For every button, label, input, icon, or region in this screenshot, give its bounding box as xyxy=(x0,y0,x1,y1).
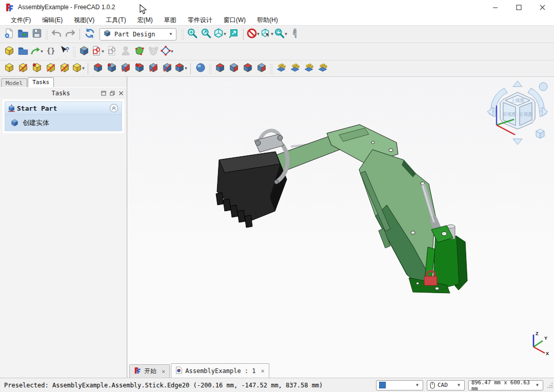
chamfer-button[interactable] xyxy=(227,61,241,75)
dimension-selector[interactable]: 896.47 mm x 600.63 mm▼ xyxy=(468,380,543,390)
create-body-button[interactable] xyxy=(77,45,91,58)
create-group-button[interactable] xyxy=(16,45,30,58)
toolbar-grip[interactable] xyxy=(73,47,75,57)
view-fit-selection-button[interactable] xyxy=(199,27,213,41)
menu-item-6[interactable]: 零件设计 xyxy=(182,14,218,26)
create-part-button[interactable] xyxy=(2,45,16,58)
document-tab-bar: 开始×AssemblyExample : 1× xyxy=(128,363,554,378)
create-varset-icon: {} xyxy=(45,45,56,58)
nav-cube-body[interactable]: 上视图 前视图 右视图 xyxy=(500,92,535,129)
redo-button[interactable] xyxy=(63,27,77,41)
nav-mini-cube[interactable] xyxy=(536,129,544,138)
bucket[interactable] xyxy=(216,152,287,228)
open-file-button[interactable] xyxy=(16,27,30,41)
menu-item-2[interactable]: 视图(V) xyxy=(68,14,100,26)
tilt-up-arrow[interactable] xyxy=(513,81,522,87)
document-tab-1[interactable]: AssemblyExample : 1× xyxy=(171,363,269,378)
task-item-create-body[interactable]: 创建实体 xyxy=(5,115,122,131)
tab-close-icon[interactable]: × xyxy=(162,368,165,375)
linear-pattern-button[interactable] xyxy=(288,61,302,75)
tab-close-icon[interactable]: × xyxy=(261,367,265,375)
workbench-selector[interactable]: Part Design▼ xyxy=(100,28,176,40)
menu-item-7[interactable]: 窗口(W) xyxy=(218,14,251,26)
additive-primitives-button[interactable]: ▼ xyxy=(71,61,85,75)
tilt-down-arrow[interactable] xyxy=(513,139,522,145)
view-fit-all-button[interactable] xyxy=(185,27,199,41)
subtractive-primitives-button[interactable]: ▼ xyxy=(174,61,188,75)
subtractive-loft-button[interactable] xyxy=(132,61,146,75)
additive-loft-button[interactable] xyxy=(30,61,44,75)
dock-tab-tasks[interactable]: Tasks xyxy=(28,77,54,87)
boolean-operation-button[interactable] xyxy=(193,61,207,75)
clipping-plane-button[interactable]: ▼ xyxy=(246,27,260,41)
make-link-button[interactable]: ▼ xyxy=(30,45,44,58)
dock-close-icon[interactable] xyxy=(118,91,124,96)
view-isometric-button[interactable]: ▼ xyxy=(213,27,227,41)
close-button[interactable] xyxy=(530,0,554,14)
create-varset-button[interactable]: {} xyxy=(44,45,57,58)
pad-button[interactable] xyxy=(2,61,16,75)
nav-circle-button[interactable] xyxy=(539,82,547,91)
subtractive-helix-button[interactable] xyxy=(160,61,174,75)
refresh-document-button[interactable] xyxy=(83,27,96,41)
pan-right-arrow[interactable] xyxy=(542,107,548,116)
undo-button[interactable] xyxy=(49,27,63,41)
menu-item-4[interactable]: 宏(M) xyxy=(132,14,159,26)
draft-button[interactable] xyxy=(241,61,254,75)
measure-button[interactable] xyxy=(288,27,302,41)
menu-item-3[interactable]: 工具(T) xyxy=(100,14,131,26)
menu-item-5[interactable]: 草图 xyxy=(159,14,182,26)
document-tab-0[interactable]: 开始× xyxy=(129,364,170,378)
menu-item-1[interactable]: 编辑(E) xyxy=(36,14,68,26)
maximize-button[interactable] xyxy=(507,0,530,14)
dock-collapse-icon[interactable] xyxy=(101,91,106,96)
revolution-button[interactable] xyxy=(16,61,30,75)
boom-plate[interactable] xyxy=(359,150,437,285)
toolbar-grip[interactable] xyxy=(45,29,48,39)
create-part-icon xyxy=(4,45,15,58)
thickness-button[interactable] xyxy=(254,61,268,75)
toolbar-grip[interactable] xyxy=(270,64,272,74)
mirrored-button[interactable] xyxy=(274,61,288,75)
undo-icon xyxy=(51,28,62,40)
dock-title-bar: Tasks xyxy=(0,87,127,98)
groove-icon xyxy=(120,62,131,75)
box-element-selection-button[interactable]: ▼ xyxy=(260,27,274,41)
view-zoom-box-button[interactable] xyxy=(227,27,241,41)
toolbar-grip[interactable] xyxy=(209,64,211,74)
overlay-style-selector[interactable]: ▼ xyxy=(376,380,423,390)
additive-helix-button[interactable] xyxy=(57,61,71,75)
resize-grip[interactable] xyxy=(547,382,553,388)
toolbar-grip[interactable] xyxy=(181,29,184,39)
hole-button[interactable] xyxy=(105,61,118,75)
map-sketch-to-face-button[interactable] xyxy=(132,45,146,58)
menu-item-0[interactable]: 文件(F) xyxy=(5,14,36,26)
task-section-start-part[interactable]: Start Part xyxy=(5,101,122,115)
create-datum-button[interactable]: ▼ xyxy=(160,45,174,58)
3d-viewport[interactable]: 上视图 前视图 右视图 Z Y X 开始×AssemblyExample : 1… xyxy=(128,77,554,378)
minimize-button[interactable] xyxy=(483,0,507,14)
dock-float-icon[interactable] xyxy=(110,91,115,96)
subtractive-pipe-button[interactable] xyxy=(146,61,160,75)
whats-this-button[interactable]: ? xyxy=(57,45,71,58)
subtractive-loft-icon xyxy=(134,62,145,75)
new-file-button[interactable] xyxy=(2,27,16,41)
collapse-section-button[interactable] xyxy=(109,104,118,113)
additive-pipe-button[interactable] xyxy=(44,61,57,75)
dock-tab-model[interactable]: Model xyxy=(1,78,27,87)
toolbar-separator xyxy=(190,63,191,74)
multitransform-button[interactable] xyxy=(315,61,329,75)
create-sketch-button[interactable]: ▼ xyxy=(91,45,105,58)
boolean-operation-icon xyxy=(195,62,206,75)
pan-left-arrow[interactable] xyxy=(487,107,493,116)
pocket-button[interactable] xyxy=(91,61,105,75)
menu-item-8[interactable]: 帮助(H) xyxy=(251,14,284,26)
navigation-cube[interactable]: 上视图 前视图 右视图 xyxy=(486,80,550,147)
draw-style-button[interactable]: ▼ xyxy=(274,27,288,41)
save-file-button[interactable] xyxy=(30,27,44,41)
polar-pattern-button[interactable] xyxy=(302,61,315,75)
groove-button[interactable] xyxy=(118,61,132,75)
fillet-button[interactable] xyxy=(213,61,227,75)
style-swatch xyxy=(379,382,386,388)
nav-style-selector[interactable]: CAD▼ xyxy=(427,380,465,390)
